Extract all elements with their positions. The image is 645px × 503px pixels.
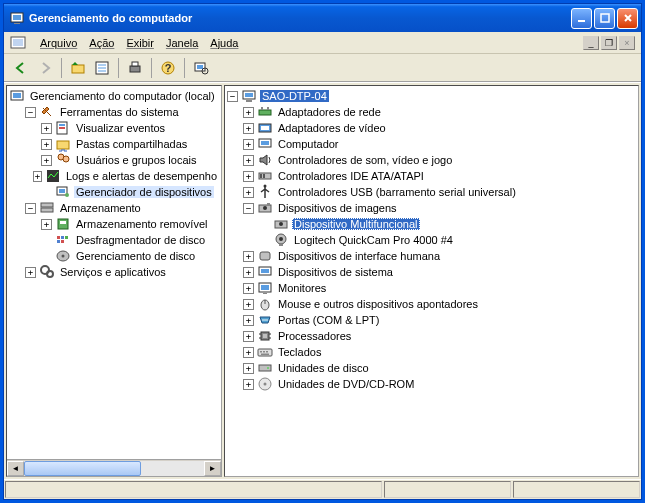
device-imaging[interactable]: −Dispositivos de imagens (227, 200, 636, 216)
device-hid[interactable]: +Dispositivos de interface humana (227, 248, 636, 264)
svg-rect-31 (41, 203, 53, 207)
node-label: Serviços e aplicativos (58, 266, 168, 278)
tree-disk-mgmt[interactable]: Gerenciamento de disco (9, 248, 219, 264)
expand-toggle[interactable]: + (243, 347, 254, 358)
tree-event-viewer[interactable]: + Visualizar eventos (9, 120, 219, 136)
ide-icon (257, 168, 273, 184)
device-dvd-drives[interactable]: +Unidades de DVD/CD-ROM (227, 376, 636, 392)
titlebar[interactable]: Gerenciamento do computador (4, 4, 641, 32)
expand-toggle[interactable]: + (33, 171, 42, 182)
collapse-toggle[interactable]: − (243, 203, 254, 214)
scroll-left-button[interactable]: ◄ (7, 461, 24, 476)
expand-toggle[interactable]: + (243, 251, 254, 262)
expand-toggle[interactable]: + (243, 139, 254, 150)
device-ports[interactable]: +Portas (COM & LPT) (227, 312, 636, 328)
tree-shared-folders[interactable]: + Pastas compartilhadas (9, 136, 219, 152)
tree-root[interactable]: Gerenciamento do computador (local) (9, 88, 219, 104)
menu-ajuda[interactable]: Ajuda (204, 35, 244, 51)
svg-rect-85 (263, 351, 265, 353)
scroll-track[interactable] (24, 461, 204, 476)
device-system[interactable]: +Dispositivos de sistema (227, 264, 636, 280)
up-folder-button[interactable] (67, 57, 89, 79)
tree-system-tools[interactable]: − Ferramentas do sistema (9, 104, 219, 120)
device-sound[interactable]: +Controladores de som, vídeo e jogo (227, 152, 636, 168)
expand-toggle[interactable]: + (41, 123, 52, 134)
device-webcam[interactable]: Logitech QuickCam Pro 4000 #4 (227, 232, 636, 248)
expand-toggle[interactable]: + (243, 107, 254, 118)
menu-arquivo[interactable]: Arquivo (34, 35, 83, 51)
expand-toggle[interactable]: + (243, 363, 254, 374)
expand-toggle[interactable]: + (243, 171, 254, 182)
svg-point-41 (62, 255, 65, 258)
menu-acao[interactable]: Ação (83, 35, 120, 51)
tree-services[interactable]: + Serviços e aplicativos (9, 264, 219, 280)
device-keyboards[interactable]: +Teclados (227, 344, 636, 360)
device-usb[interactable]: +Controladores USB (barramento serial un… (227, 184, 636, 200)
minimize-button[interactable] (571, 8, 592, 29)
mdi-minimize-button[interactable]: _ (583, 36, 599, 50)
scroll-right-button[interactable]: ► (204, 461, 221, 476)
tree-device-manager[interactable]: Gerenciador de dispositivos (9, 184, 219, 200)
network-icon (257, 104, 273, 120)
device-disk-drives[interactable]: +Unidades de disco (227, 360, 636, 376)
svg-rect-24 (57, 141, 69, 149)
scroll-thumb[interactable] (24, 461, 141, 476)
collapse-toggle[interactable]: − (25, 107, 36, 118)
expand-toggle[interactable]: + (243, 379, 254, 390)
device-processors[interactable]: +Processadores (227, 328, 636, 344)
collapse-toggle[interactable]: − (25, 203, 36, 214)
svg-rect-7 (72, 65, 84, 73)
disk-drive-icon (257, 360, 273, 376)
expand-toggle[interactable]: + (243, 187, 254, 198)
tree-storage[interactable]: − Armazenamento (9, 200, 219, 216)
expand-toggle[interactable]: + (243, 331, 254, 342)
menu-janela[interactable]: Janela (160, 35, 204, 51)
expand-toggle[interactable]: + (243, 123, 254, 134)
help-button[interactable]: ? (157, 57, 179, 79)
device-computer[interactable]: +Computador (227, 136, 636, 152)
console-tree[interactable]: Gerenciamento do computador (local) − Fe… (7, 86, 221, 459)
right-pane: − SAO-DTP-04 +Adaptadores de rede +Adapt… (224, 85, 639, 477)
properties-button[interactable] (91, 57, 113, 79)
sound-icon (257, 152, 273, 168)
close-button[interactable] (617, 8, 638, 29)
svg-rect-12 (130, 66, 140, 72)
device-tree[interactable]: − SAO-DTP-04 +Adaptadores de rede +Adapt… (225, 86, 638, 394)
menu-exibir[interactable]: Exibir (120, 35, 160, 51)
tree-defrag[interactable]: Desfragmentador de disco (9, 232, 219, 248)
node-label: Gerenciador de dispositivos (74, 186, 214, 198)
device-net-adapters[interactable]: +Adaptadores de rede (227, 104, 636, 120)
expand-toggle[interactable]: + (25, 267, 36, 278)
device-mice[interactable]: +Mouse e outros dispositivos apontadores (227, 296, 636, 312)
svg-rect-86 (266, 351, 268, 353)
expand-toggle[interactable]: + (243, 155, 254, 166)
expand-toggle[interactable]: + (41, 219, 52, 230)
scan-hardware-button[interactable] (190, 57, 212, 79)
expand-toggle[interactable]: + (243, 315, 254, 326)
collapse-toggle[interactable]: − (227, 91, 238, 102)
expand-toggle[interactable]: + (243, 283, 254, 294)
svg-rect-4 (601, 14, 609, 22)
node-label: Dispositivos de imagens (276, 202, 399, 214)
device-monitors[interactable]: +Monitores (227, 280, 636, 296)
device-video-adapters[interactable]: +Adaptadores de vídeo (227, 120, 636, 136)
tree-perf-logs[interactable]: + Logs e alertas de desempenho (9, 168, 219, 184)
device-multifunctional[interactable]: Dispositivo Multifuncional (227, 216, 636, 232)
device-root[interactable]: − SAO-DTP-04 (227, 88, 636, 104)
tree-removable-storage[interactable]: + Armazenamento removível (9, 216, 219, 232)
svg-rect-23 (59, 127, 65, 129)
forward-button[interactable] (34, 57, 56, 79)
left-horizontal-scrollbar[interactable]: ◄ ► (7, 459, 221, 476)
mdi-restore-button[interactable]: ❐ (601, 36, 617, 50)
back-button[interactable] (10, 57, 32, 79)
tree-users-groups[interactable]: + Usuários e grupos locais (9, 152, 219, 168)
expand-toggle[interactable]: + (41, 139, 52, 150)
mdi-close-button[interactable]: × (619, 36, 635, 50)
device-ide[interactable]: +Controladores IDE ATA/ATAPI (227, 168, 636, 184)
maximize-button[interactable] (594, 8, 615, 29)
expand-toggle[interactable]: + (243, 299, 254, 310)
node-label: Computador (276, 138, 341, 150)
expand-toggle[interactable]: + (243, 267, 254, 278)
print-button[interactable] (124, 57, 146, 79)
expand-toggle[interactable]: + (41, 155, 52, 166)
